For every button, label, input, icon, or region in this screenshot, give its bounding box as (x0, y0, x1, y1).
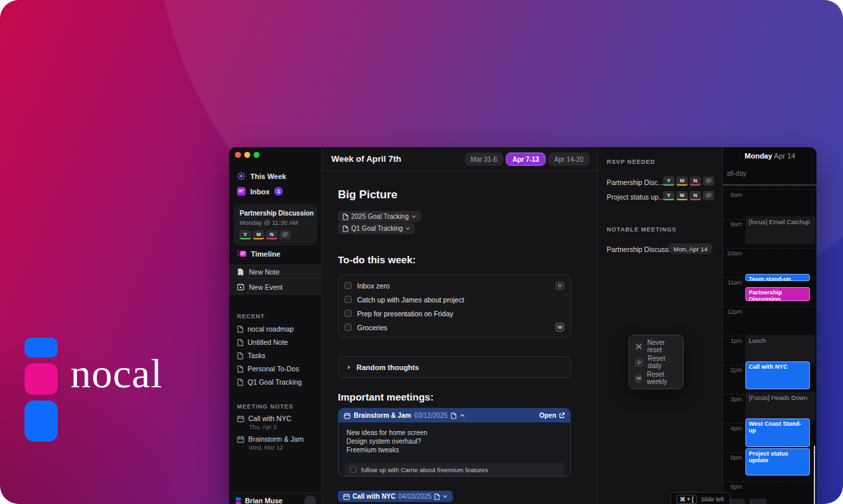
chip-label: Q1 Goal Tracking (351, 225, 403, 232)
todo-item[interactable]: Inbox zero D (345, 279, 564, 292)
sidebar-recent-item[interactable]: Tasks (237, 351, 266, 359)
close-window-button[interactable] (235, 152, 241, 158)
menu-item-reset-daily[interactable]: D Reset daily (629, 354, 683, 370)
hide-event-button[interactable] (703, 176, 714, 186)
rsvp-maybe-button[interactable]: M (253, 230, 264, 239)
chevron-up-icon[interactable] (460, 414, 465, 417)
calendar-event-focus[interactable]: [focus] Email Catchup (745, 216, 815, 244)
sidebar-recent-item[interactable]: Personal To-Dos (237, 365, 299, 373)
menu-item-reset-weekly[interactable]: W Reset weekly (629, 370, 683, 386)
sidebar-item-this-week[interactable]: This Week (237, 172, 286, 180)
goal-tracking-chip[interactable]: 2025 Goal Tracking (338, 211, 421, 222)
sidebar: This Week Inbox 1 Partnership Discussion… (229, 147, 322, 504)
nocal-mini-logo-icon (236, 497, 241, 504)
hide-event-button[interactable] (703, 191, 714, 200)
todo-label: Catch up with James about project (357, 296, 464, 304)
rsvp-heading: RSVP NEEDED (607, 158, 655, 165)
event-title: West Coast Stand-up (749, 420, 801, 434)
sidebar-meeting-note[interactable]: Brainstorm & Jam (237, 435, 303, 443)
menu-item-never-reset[interactable]: Never reset (629, 338, 683, 354)
calendar-event-focus[interactable]: Lunch (745, 335, 815, 364)
hour-label: 9am (723, 221, 742, 227)
reset-daily-badge[interactable]: D (556, 281, 564, 290)
tab-week-prev[interactable]: Mar 31-6 (465, 153, 503, 166)
hour-label: 11am (723, 279, 742, 286)
calendar-event[interactable]: Call with NYC (745, 361, 810, 389)
meeting-card-header[interactable]: Brainstorm & Jam 03/12/2025 Open (339, 409, 570, 422)
zoom-window-button[interactable] (254, 152, 260, 158)
reset-weekly-badge[interactable]: W (556, 323, 564, 332)
user-menu[interactable]: Brian Muse (236, 497, 283, 504)
rsvp-no-button[interactable]: N (690, 191, 701, 200)
new-event-button[interactable]: New Event (229, 280, 322, 294)
goal-tracking-chip[interactable]: Q1 Goal Tracking (338, 223, 415, 234)
checkbox[interactable] (345, 282, 352, 289)
notable-meeting-date-badge[interactable]: Mon, Apr 14 (669, 243, 712, 254)
hour-gridline (723, 481, 816, 482)
notable-meeting-label[interactable]: Partnership Discussion (607, 245, 678, 253)
meeting-date: 04/03/2025 (398, 493, 431, 500)
hour-gridline (723, 248, 816, 249)
calendar-event-focus[interactable]: [Focus] Heads Down (745, 392, 815, 421)
random-thoughts-section[interactable]: Random thoughts (338, 356, 571, 378)
caret-right-icon (347, 365, 351, 370)
file-icon (343, 214, 348, 220)
hour-label: 8am (723, 192, 742, 198)
meeting-notes-body[interactable]: New ideas for home screen Design system … (339, 422, 570, 454)
new-note-icon (237, 268, 244, 276)
eye-slash-icon (705, 192, 712, 198)
meeting-todo-label: follow up with Carrie about freemium fea… (361, 466, 488, 473)
logo-square-middle (25, 363, 58, 395)
new-note-button[interactable]: New Note (229, 265, 322, 279)
checkbox[interactable] (350, 466, 356, 473)
rsvp-yes-button[interactable]: Y (663, 176, 674, 186)
file-icon (343, 225, 348, 232)
todo-label: Inbox zero (357, 282, 390, 290)
checkbox[interactable] (345, 310, 352, 317)
avatar[interactable] (304, 495, 316, 504)
rsvp-no-button[interactable]: N (266, 230, 277, 239)
recent-item-label: Tasks (248, 351, 266, 359)
rsvp-row-label: Project status up... (607, 193, 664, 201)
todo-item[interactable]: Catch up with James about project (345, 292, 564, 306)
tab-week-current[interactable]: Apr 7-13 (506, 153, 546, 166)
meeting-card-collapsed[interactable]: Call with NYC 04/03/2025 (338, 491, 453, 502)
minimize-window-button[interactable] (244, 152, 250, 158)
rsvp-no-button[interactable]: N (690, 176, 701, 186)
checkbox[interactable] (345, 324, 352, 331)
sidebar-recent-item[interactable]: Q1 Goal Tracking (237, 378, 302, 386)
eye-slash-icon (281, 231, 289, 237)
tab-week-next[interactable]: Apr 14-20 (548, 153, 589, 166)
sidebar-recent-item[interactable]: nocal roadmap (237, 325, 293, 333)
sidebar-meeting-note[interactable]: Call with NYC (237, 414, 291, 422)
rsvp-yes-button[interactable]: Y (240, 230, 251, 239)
todo-item[interactable]: Prep for presentation on Friday (345, 306, 564, 320)
calendar-event[interactable]: Partnership Discussion (745, 287, 810, 301)
sidebar-item-label: This Week (250, 172, 286, 180)
menu-item-label: Never reset (647, 339, 677, 353)
sidebar-recent-item[interactable]: Untitled Note (237, 338, 288, 346)
inbox-preview-card[interactable]: Partnership Discussion Monday @ 11:30 AM… (234, 204, 317, 245)
calendar-nav-button[interactable] (728, 499, 745, 504)
calendar-scrollbar[interactable] (814, 446, 815, 504)
chevron-down-icon (406, 227, 410, 230)
open-meeting-button[interactable]: Open (539, 412, 565, 419)
rsvp-maybe-button[interactable]: M (676, 191, 688, 200)
checkbox[interactable] (345, 296, 352, 303)
meeting-todo-item[interactable]: follow up with Carrie about freemium fea… (345, 463, 564, 476)
sidebar-item-inbox[interactable]: Inbox 1 (237, 187, 283, 196)
meeting-card-expanded: Brainstorm & Jam 03/12/2025 Open New ide… (338, 408, 571, 477)
calendar-event[interactable]: Team stand-up (745, 274, 810, 281)
hour-label: 3pm (723, 396, 742, 403)
todo-item[interactable]: Groceries W (345, 320, 564, 334)
todo-label: Prep for presentation on Friday (357, 310, 453, 318)
calendar-event[interactable]: Project status update (745, 448, 810, 475)
calendar-nav-button[interactable] (749, 499, 767, 504)
calendar-icon (237, 415, 244, 422)
rsvp-yes-button[interactable]: Y (663, 191, 674, 200)
sidebar-item-label: Inbox (250, 188, 269, 196)
calendar-event[interactable]: West Coast Stand-up (745, 418, 810, 447)
sidebar-item-timeline[interactable]: Timeline (237, 249, 280, 258)
hide-event-button[interactable] (279, 230, 291, 239)
rsvp-maybe-button[interactable]: M (676, 176, 688, 186)
